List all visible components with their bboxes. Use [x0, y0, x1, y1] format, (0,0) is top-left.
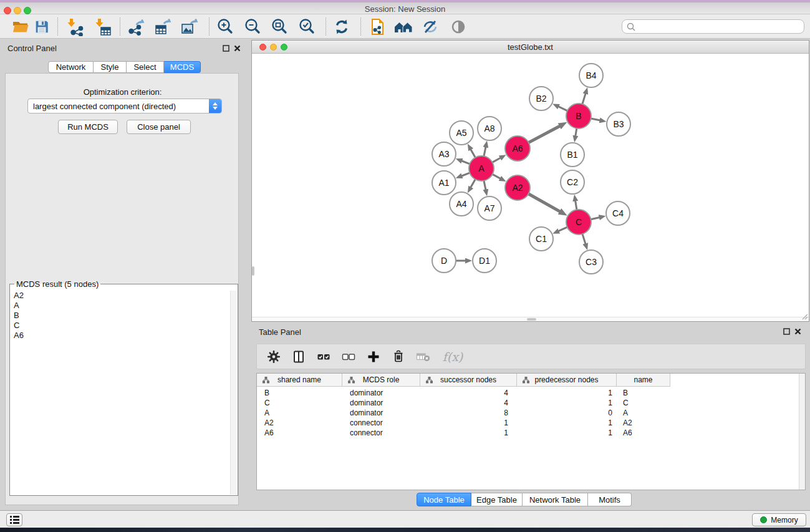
export-image-button[interactable]: [179, 17, 200, 36]
select-all-columns-button[interactable]: [316, 349, 332, 365]
tab-mcds[interactable]: MCDS: [164, 61, 201, 73]
network-window-titlebar[interactable]: testGlobe.txt: [252, 41, 809, 54]
graph-edge-B-B3[interactable]: [591, 118, 600, 120]
network-snapshot-button[interactable]: [367, 17, 388, 36]
graph-edge-B-B4[interactable]: [582, 94, 586, 104]
network-canvas[interactable]: B4B2BB3A8A5A6A3B1AC2A1A2A4A7C4CC1C3DD1: [252, 54, 809, 321]
tab-network-table[interactable]: Network Table: [523, 493, 588, 506]
graph-edge-C-C3[interactable]: [582, 234, 586, 244]
table-cell[interactable]: 1: [517, 388, 617, 398]
memory-button[interactable]: Memory: [752, 513, 806, 526]
table-cell[interactable]: connector: [342, 428, 420, 438]
task-history-button[interactable]: [6, 513, 22, 526]
table-cell[interactable]: dominator: [342, 398, 420, 408]
main-titlebar[interactable]: Session: New Session: [0, 2, 810, 14]
graph-edge-C-C2[interactable]: [576, 201, 577, 210]
zoom-in-button[interactable]: [215, 17, 236, 36]
column-header-predecessor-nodes[interactable]: predecessor nodes: [517, 374, 617, 387]
network-horizontal-scrollbar-thumb[interactable]: [527, 318, 536, 321]
close-panel-button[interactable]: Close panel: [127, 120, 191, 134]
table-cell[interactable]: C: [617, 398, 670, 408]
criterion-dropdown[interactable]: largest connected component (directed): [27, 99, 222, 114]
table-row[interactable]: Adominator80A: [257, 408, 670, 418]
table-cell[interactable]: A: [617, 408, 670, 418]
column-header-shared-name[interactable]: shared name: [257, 374, 342, 387]
graph-edge-B-B2[interactable]: [558, 107, 567, 111]
tab-edge-table[interactable]: Edge Table: [471, 493, 523, 506]
graph-edge-A-A5[interactable]: [471, 149, 476, 157]
result-scrollbar[interactable]: [230, 291, 237, 495]
float-panel-icon[interactable]: [223, 45, 229, 52]
open-session-button[interactable]: [10, 17, 31, 36]
table-row[interactable]: Bdominator41B: [257, 388, 670, 398]
result-item[interactable]: A6: [14, 331, 229, 341]
graph-edge-A-A6[interactable]: [493, 158, 501, 162]
export-network-button[interactable]: [125, 17, 147, 36]
result-item[interactable]: B: [14, 311, 229, 321]
table-cell[interactable]: A2: [617, 418, 670, 428]
table-cell[interactable]: 1: [420, 428, 517, 438]
result-item[interactable]: C: [14, 321, 229, 331]
save-session-button[interactable]: [31, 17, 52, 36]
table-cell[interactable]: 4: [420, 388, 517, 398]
table-cell[interactable]: 1: [517, 418, 617, 428]
table-cell[interactable]: 1: [517, 398, 617, 408]
result-item[interactable]: A: [14, 301, 229, 311]
unselect-all-columns-button[interactable]: [340, 349, 357, 365]
table-cell[interactable]: C: [257, 398, 342, 408]
table-options-button[interactable]: [266, 349, 282, 365]
show-graphics-details-button[interactable]: [448, 17, 469, 36]
table-cell[interactable]: A2: [257, 418, 342, 428]
graph-edge-A6-B[interactable]: [529, 126, 560, 143]
graph-edge-A-A1[interactable]: [461, 173, 470, 176]
table-cell[interactable]: 1: [420, 418, 517, 428]
column-header-successor-nodes[interactable]: successor nodes: [420, 374, 517, 387]
float-panel-icon[interactable]: [783, 328, 790, 335]
home-button[interactable]: [393, 17, 414, 36]
import-table-button[interactable]: [92, 17, 113, 36]
table-cell[interactable]: 4: [420, 398, 517, 408]
table-cell[interactable]: dominator: [342, 408, 420, 418]
import-network-button[interactable]: [64, 17, 85, 36]
delete-table-button[interactable]: [415, 349, 432, 365]
table-cell[interactable]: 0: [517, 408, 617, 418]
zoom-selected-button[interactable]: [296, 17, 317, 36]
graph-edge-C-C1[interactable]: [558, 227, 567, 231]
delete-columns-button[interactable]: [390, 349, 407, 365]
close-panel-icon[interactable]: [234, 45, 241, 52]
window-resize-grip[interactable]: [801, 312, 808, 320]
show-columns-button[interactable]: [291, 349, 307, 365]
graph-edge-A-A2[interactable]: [493, 174, 501, 178]
table-cell[interactable]: A6: [257, 428, 342, 438]
hide-graphics-details-button[interactable]: [420, 17, 441, 36]
graph-edge-A-A8[interactable]: [484, 147, 486, 156]
graph-edge-A2-C[interactable]: [528, 194, 560, 212]
table-row[interactable]: A6connector11A6: [257, 428, 670, 438]
graph-edge-A-A3[interactable]: [461, 161, 470, 164]
table-cell[interactable]: A: [257, 408, 342, 418]
zoom-fit-button[interactable]: [269, 17, 290, 36]
table-cell[interactable]: dominator: [342, 388, 420, 398]
table-scrollbar[interactable]: [799, 374, 805, 490]
graph-edge-C-C4[interactable]: [591, 218, 600, 220]
table-row[interactable]: A2connector11A2: [257, 418, 670, 428]
graph-edge-A-A7[interactable]: [484, 181, 486, 190]
function-builder-button[interactable]: f(x): [440, 349, 465, 365]
tab-node-table[interactable]: Node Table: [417, 493, 471, 506]
table-cell[interactable]: connector: [342, 418, 420, 428]
run-mcds-button[interactable]: Run MCDS: [58, 120, 118, 134]
table-cell[interactable]: 8: [420, 408, 517, 418]
network-vertical-scrollbar-thumb[interactable]: [252, 266, 254, 276]
graph-edge-B-B1[interactable]: [576, 128, 577, 137]
table-cell[interactable]: 1: [517, 428, 617, 438]
tab-network[interactable]: Network: [48, 61, 94, 73]
close-panel-icon[interactable]: [794, 328, 801, 335]
search-input[interactable]: [635, 22, 804, 31]
table-cell[interactable]: B: [617, 388, 670, 398]
table-cell[interactable]: A6: [617, 428, 670, 438]
table-cell[interactable]: B: [257, 388, 342, 398]
export-table-button[interactable]: [152, 17, 173, 36]
refresh-view-button[interactable]: [331, 17, 352, 36]
new-column-button[interactable]: [365, 349, 382, 365]
result-item[interactable]: A2: [14, 291, 229, 301]
